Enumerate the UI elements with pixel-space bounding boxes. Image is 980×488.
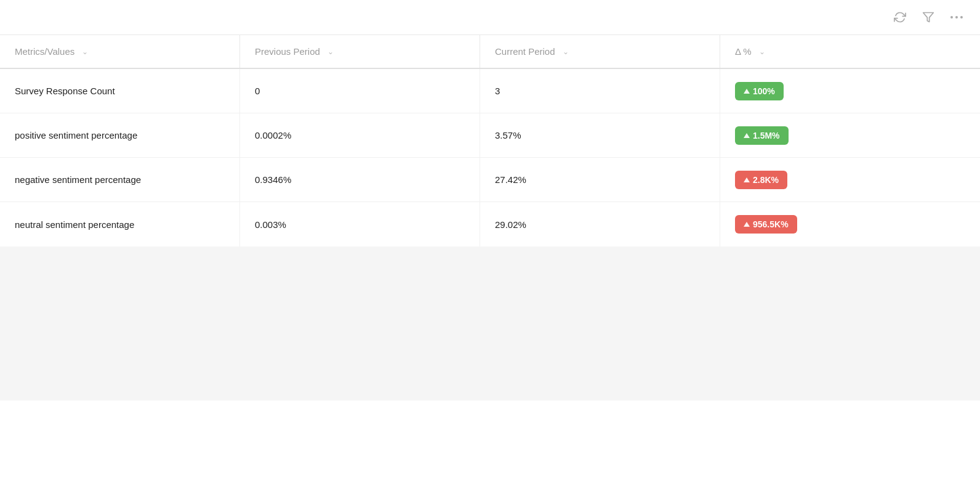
- metric-name-cell: positive sentiment percentage: [0, 113, 240, 157]
- delta-badge: 2.8K%: [735, 171, 787, 189]
- svg-point-1: [950, 16, 953, 18]
- delta-badge: 1.5M%: [735, 126, 789, 145]
- arrow-up-icon: [744, 133, 750, 138]
- arrow-up-icon: [744, 222, 750, 227]
- header-delta-percent-label: Δ %: [735, 46, 752, 57]
- current-value: 27.42%: [495, 174, 526, 185]
- header-metrics-values[interactable]: Metrics/Values ⌄: [0, 35, 240, 68]
- header-current-period-label: Current Period: [495, 46, 555, 57]
- previous-value: 0.9346%: [255, 174, 291, 185]
- svg-point-3: [960, 16, 963, 18]
- table-body: Survey Response Count 0 3 100% positive …: [0, 69, 980, 246]
- chevron-down-icon: ⌄: [82, 47, 88, 56]
- delta-badge: 956.5K%: [735, 215, 797, 234]
- metric-name-cell: Survey Response Count: [0, 69, 240, 113]
- arrow-up-icon: [744, 89, 750, 94]
- previous-value: 0: [255, 86, 260, 96]
- previous-value-cell: 0.0002%: [240, 113, 480, 157]
- header-delta-percent[interactable]: Δ % ⌄: [720, 35, 980, 68]
- delta-cell: 2.8K%: [720, 158, 980, 201]
- empty-area: [0, 246, 980, 401]
- table-row: neutral sentiment percentage 0.003% 29.0…: [0, 202, 980, 246]
- delta-cell: 100%: [720, 69, 980, 113]
- delta-badge: 100%: [735, 82, 784, 100]
- previous-value: 0.003%: [255, 219, 286, 230]
- delta-value: 956.5K%: [753, 219, 789, 229]
- current-value-cell: 3.57%: [480, 113, 720, 157]
- current-value: 3.57%: [495, 130, 521, 140]
- filter-icon[interactable]: [920, 9, 937, 26]
- table-header: Metrics/Values ⌄ Previous Period ⌄ Curre…: [0, 35, 980, 69]
- current-value: 3: [495, 86, 500, 96]
- arrow-up-icon: [744, 177, 750, 182]
- previous-value-cell: 0.9346%: [240, 158, 480, 201]
- table-row: Survey Response Count 0 3 100%: [0, 69, 980, 113]
- metric-name: negative sentiment percentage: [15, 173, 141, 186]
- metric-name: positive sentiment percentage: [15, 129, 137, 142]
- previous-value-cell: 0: [240, 69, 480, 113]
- previous-value: 0.0002%: [255, 130, 291, 140]
- more-options-icon[interactable]: [948, 9, 965, 26]
- metrics-table: Metrics/Values ⌄ Previous Period ⌄ Curre…: [0, 35, 980, 246]
- chevron-down-icon: ⌄: [327, 47, 334, 56]
- current-value-cell: 27.42%: [480, 158, 720, 201]
- header-previous-period[interactable]: Previous Period ⌄: [240, 35, 480, 68]
- refresh-icon[interactable]: [891, 9, 909, 26]
- delta-cell: 956.5K%: [720, 202, 980, 246]
- metric-name: Survey Response Count: [15, 84, 115, 97]
- table-row: positive sentiment percentage 0.0002% 3.…: [0, 113, 980, 158]
- delta-value: 100%: [753, 86, 775, 96]
- previous-value-cell: 0.003%: [240, 202, 480, 246]
- metric-name-cell: negative sentiment percentage: [0, 158, 240, 201]
- chevron-down-icon: ⌄: [759, 47, 765, 56]
- delta-value: 1.5M%: [753, 131, 780, 140]
- chevron-down-icon: ⌄: [563, 47, 569, 56]
- metric-name-cell: neutral sentiment percentage: [0, 202, 240, 246]
- svg-point-2: [955, 16, 958, 18]
- header-metrics-values-label: Metrics/Values: [15, 46, 74, 57]
- delta-value: 2.8K%: [753, 175, 779, 185]
- current-value-cell: 29.02%: [480, 202, 720, 246]
- toolbar: [0, 0, 980, 35]
- current-value: 29.02%: [495, 219, 526, 230]
- header-current-period[interactable]: Current Period ⌄: [480, 35, 720, 68]
- current-value-cell: 3: [480, 69, 720, 113]
- table-row: negative sentiment percentage 0.9346% 27…: [0, 158, 980, 202]
- svg-marker-0: [923, 13, 934, 22]
- header-previous-period-label: Previous Period: [255, 46, 320, 57]
- delta-cell: 1.5M%: [720, 113, 980, 157]
- metric-name: neutral sentiment percentage: [15, 218, 134, 231]
